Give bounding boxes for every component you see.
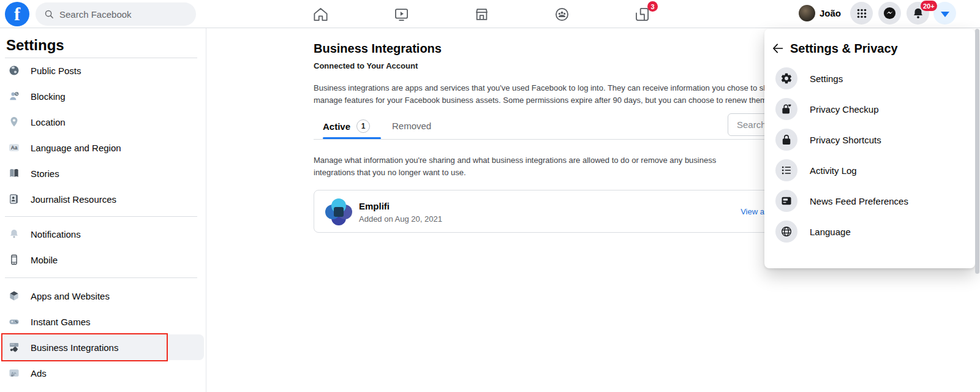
menu-item-news-feed-preferences[interactable]: News Feed Preferences (764, 186, 975, 216)
back-button[interactable] (767, 37, 789, 59)
global-search[interactable] (36, 2, 196, 26)
ads-icon (7, 366, 21, 380)
search-input[interactable] (59, 9, 182, 20)
user-name[interactable]: João (820, 8, 841, 18)
back-arrow-icon (772, 42, 784, 55)
menu-item-privacy-checkup[interactable]: Privacy Checkup (764, 94, 975, 124)
top-navbar: f 3 João 20+ (0, 0, 980, 28)
marketplace-icon (473, 6, 490, 23)
activity-list-icon (775, 159, 797, 181)
chevron-down-icon (941, 12, 949, 17)
book-icon (7, 167, 21, 180)
id-card-icon (7, 192, 21, 206)
sidebar-item-location[interactable]: Location (0, 109, 206, 135)
cube-icon (7, 289, 21, 303)
sidebar-item-public-posts[interactable]: Public Posts (0, 58, 206, 83)
sidebar-item-label: Ads (31, 368, 47, 379)
menu-item-label: News Feed Preferences (810, 196, 908, 206)
menu-item-language[interactable]: Language (764, 216, 975, 247)
sidebar-item-label: Stories (31, 168, 59, 179)
page-subtitle: Connected to Your Account (314, 61, 418, 70)
sidebar-item-apps-websites[interactable]: Apps and Websites (0, 283, 206, 309)
sidebar-item-instant-games[interactable]: Instant Games (0, 309, 206, 334)
gear-icon (775, 67, 797, 89)
gaming-badge: 3 (647, 1, 658, 12)
apps-menu-button[interactable] (850, 2, 873, 24)
menu-title: Settings & Privacy (790, 42, 898, 56)
sidebar-item-language-region[interactable]: Aa Language and Region (0, 135, 206, 160)
lock-heart-icon (775, 98, 797, 120)
sidebar-item-mobile[interactable]: Mobile (0, 247, 206, 273)
messenger-button[interactable] (878, 2, 901, 24)
description-line-2: manage features for your Facebook busine… (314, 94, 810, 107)
menu-item-label: Privacy Checkup (810, 104, 879, 115)
menu-item-label: Activity Log (810, 165, 857, 176)
active-tab-indicator (323, 137, 381, 139)
avatar[interactable] (799, 5, 815, 21)
nav-watch-tab[interactable] (383, 4, 420, 24)
nav-marketplace-tab[interactable] (463, 4, 500, 24)
integration-card-emplifi: Emplifi Added on Aug 20, 2021 View and e… (314, 190, 799, 233)
tab-active[interactable]: Active 1 (323, 119, 370, 133)
sidebar-item-label: Apps and Websites (31, 291, 110, 301)
settings-sidebar: Settings Public Posts Blocking Location … (0, 28, 206, 392)
grid-icon (855, 7, 869, 20)
watch-icon (393, 6, 410, 23)
integration-added-date: Added on Aug 20, 2021 (359, 214, 442, 224)
location-pin-icon (7, 115, 21, 129)
language-aa-icon: Aa (7, 141, 21, 154)
sidebar-item-journalist-resources[interactable]: Journalist Resources (0, 186, 206, 212)
tab-divider (314, 139, 799, 140)
lock-icon (775, 129, 797, 151)
menu-item-privacy-shortcuts[interactable]: Privacy Shortcuts (764, 124, 975, 155)
bell-outline-icon (7, 227, 21, 241)
integrations-icon (7, 341, 21, 354)
nav-home-tab[interactable] (302, 4, 339, 24)
sidebar-item-label: Notifications (31, 229, 81, 239)
page-scrollbar[interactable] (975, 29, 979, 274)
settings-privacy-menu: Settings & Privacy Settings Privacy Chec… (764, 29, 975, 268)
notifications-badge: 20+ (921, 1, 937, 11)
sidebar-item-label: Mobile (31, 255, 58, 265)
menu-item-label: Settings (810, 74, 843, 84)
manage-line-1: Manage what information you're sharing a… (314, 154, 716, 167)
tab-active-label: Active (323, 121, 350, 132)
svg-text:Aa: Aa (11, 145, 18, 151)
facebook-logo[interactable]: f (5, 2, 29, 26)
sidebar-item-ads[interactable]: Ads (0, 360, 206, 386)
gamepad-icon (7, 315, 21, 328)
news-feed-icon (775, 190, 797, 212)
sidebar-item-label: Journalist Resources (31, 194, 116, 205)
home-icon (312, 6, 329, 23)
blocked-user-icon (7, 89, 21, 103)
emplifi-logo (325, 198, 352, 225)
sidebar-item-notifications[interactable]: Notifications (0, 221, 206, 247)
nav-groups-tab[interactable] (543, 4, 580, 24)
sidebar-item-blocking[interactable]: Blocking (0, 83, 206, 109)
sidebar-item-label: Blocking (31, 91, 66, 102)
integration-name: Emplifi (359, 201, 390, 211)
divider (5, 216, 197, 217)
sidebar-item-label: Instant Games (31, 317, 91, 327)
menu-item-label: Language (810, 227, 851, 237)
sidebar-item-stories[interactable]: Stories (0, 160, 206, 186)
active-count-badge: 1 (356, 119, 370, 133)
sidebar-item-business-integrations[interactable]: Business Integrations (2, 334, 204, 360)
sidebar-item-label: Public Posts (31, 66, 81, 76)
globe-grid-icon (775, 221, 797, 243)
groups-icon (554, 6, 570, 23)
divider (5, 277, 197, 278)
menu-item-activity-log[interactable]: Activity Log (764, 155, 975, 186)
sidebar-item-label: Language and Region (31, 143, 121, 153)
sidebar-title: Settings (6, 37, 64, 54)
menu-item-label: Privacy Shortcuts (810, 135, 881, 145)
sidebar-item-label: Business Integrations (31, 342, 118, 353)
search-icon (44, 9, 55, 20)
sidebar-item-label: Location (31, 117, 66, 127)
phone-icon (7, 253, 21, 266)
menu-item-settings[interactable]: Settings (764, 63, 975, 94)
manage-line-2: integrations that you no longer want to … (314, 167, 466, 179)
tab-removed[interactable]: Removed (392, 121, 431, 131)
messenger-icon (883, 6, 897, 20)
globe-icon (7, 64, 21, 77)
